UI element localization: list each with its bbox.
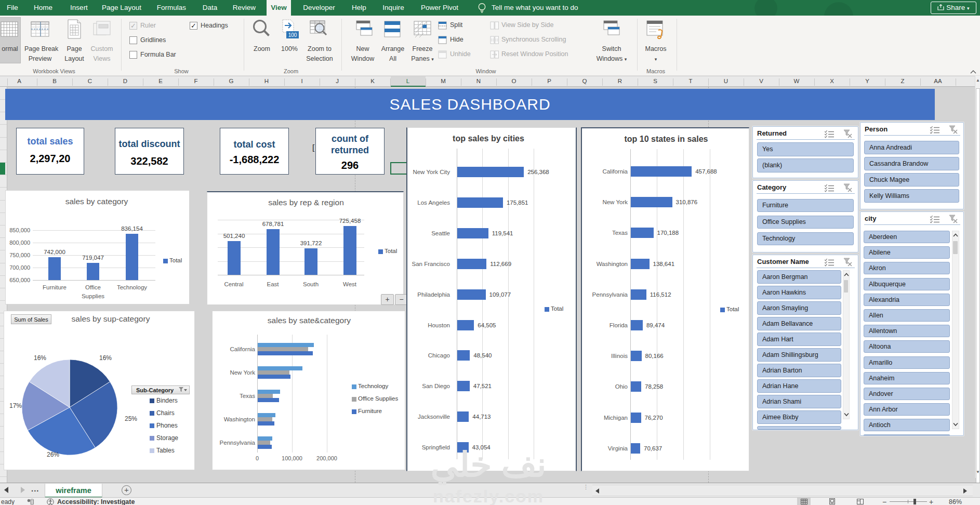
chart-sales-by-rep-region[interactable]: sales by rep & region501,240678,781391,7… <box>207 191 404 305</box>
slicer-item-adrian-shami[interactable]: Adrian Shami <box>757 395 841 408</box>
vertical-scroll-thumb[interactable] <box>976 88 980 505</box>
zoom-to-selection-button[interactable]: Zoom toSelection <box>303 44 336 64</box>
ruler-checkbox[interactable]: ✓ <box>129 22 137 30</box>
headings-checkbox[interactable]: ✓ <box>190 22 197 30</box>
bar-California-Furniture[interactable] <box>258 351 313 355</box>
sheet-nav-left-icon[interactable] <box>4 487 8 493</box>
zoom-percentage[interactable]: 86% <box>949 498 962 505</box>
horizontal-scrollbar[interactable] <box>592 485 973 496</box>
column-header-V[interactable]: V <box>751 78 772 84</box>
bar-New York-Furniture[interactable] <box>258 375 290 379</box>
scroll-down-icon[interactable]: ▼ <box>975 470 980 474</box>
accessibility-status[interactable]: Accessibility: Investigate <box>57 498 135 505</box>
bar-East[interactable] <box>267 229 280 275</box>
menu-tab-home[interactable]: Home <box>31 0 55 16</box>
sheet-nav-right-icon[interactable] <box>21 487 25 493</box>
page-break-preview-button[interactable]: Page BreakPreview <box>24 44 56 64</box>
hscroll-left-icon[interactable] <box>595 488 599 494</box>
bar-Furniture[interactable] <box>48 257 61 280</box>
switch-windows-button[interactable]: SwitchWindows ▾ <box>595 44 628 64</box>
column-header-M[interactable]: M <box>433 78 454 84</box>
bar-California-Technology[interactable] <box>258 343 314 347</box>
bar-New-York[interactable] <box>631 197 672 207</box>
slicer-item-furniture[interactable]: Furniture <box>757 199 854 212</box>
column-header-S[interactable]: S <box>645 78 666 84</box>
column-header-O[interactable]: O <box>504 78 524 84</box>
column-header-P[interactable]: P <box>539 78 560 84</box>
bar-Washington-Furniture[interactable] <box>258 421 274 426</box>
slicer-item-antioch[interactable]: Antioch <box>864 419 950 431</box>
zoom-button[interactable]: Zoom <box>246 44 277 54</box>
slicer-item-akron[interactable]: Akron <box>864 262 950 274</box>
column-header-J[interactable]: J <box>327 78 348 84</box>
bar-Philadelphia[interactable] <box>457 289 486 300</box>
slicer-item-aimee-bixby[interactable]: Aimee Bixby <box>757 410 841 424</box>
zoom-slider-handle[interactable] <box>913 499 916 504</box>
bar-New-York-City[interactable] <box>457 167 524 177</box>
collapse-ribbon-icon[interactable] <box>970 70 977 74</box>
column-header-G[interactable]: G <box>221 78 242 84</box>
hide-button[interactable]: Hide <box>450 35 463 45</box>
slicer-item-anaheim[interactable]: Anaheim <box>864 372 950 384</box>
bar-Illinois[interactable] <box>631 351 642 361</box>
bar-Texas-Furniture[interactable] <box>258 398 279 402</box>
chart-top-10-states-in-sales[interactable]: top 10 states in salesCalifornia457,688N… <box>581 127 749 471</box>
slicer-item-cassandra-brandow[interactable]: Cassandra Brandow <box>864 157 959 170</box>
column-header-H[interactable]: H <box>256 78 277 84</box>
bar-San-Diego[interactable] <box>457 381 470 391</box>
bar-Washington-Office Supplies[interactable] <box>258 417 272 421</box>
column-header-K[interactable]: K <box>362 78 383 84</box>
bar-New York-Technology[interactable] <box>258 366 302 370</box>
slicer-scrollbar[interactable] <box>952 231 959 429</box>
hscroll-right-icon[interactable] <box>963 488 967 494</box>
slicer-item-amarillo[interactable]: Amarillo <box>864 356 950 369</box>
pivotchart-expand-button[interactable]: + <box>381 294 394 305</box>
zoom-out-button[interactable]: − <box>882 498 886 505</box>
chart-sales-by-state-category[interactable]: sales by sate&category0100,000200,000Cal… <box>212 311 405 470</box>
column-header-L[interactable]: L <box>398 78 418 84</box>
column-header-N[interactable]: N <box>468 78 489 84</box>
slicer-item-alexandria[interactable]: Alexandria <box>864 294 950 306</box>
macros-button[interactable]: Macros▾ <box>640 44 671 64</box>
zoom-100-button[interactable]: 100% <box>273 44 306 54</box>
bar-Pennsylvania-Technology[interactable] <box>258 436 272 441</box>
slicer-item-chuck-magee[interactable]: Chuck Magee <box>864 173 959 187</box>
menu-tab-help[interactable]: Help <box>349 0 369 16</box>
bar-San-Francisco[interactable] <box>457 259 486 269</box>
bar-Pennsylvania[interactable] <box>631 289 646 300</box>
arrange-all-button[interactable]: ArrangeAll <box>377 44 408 64</box>
bar-South[interactable] <box>304 248 317 275</box>
column-header-W[interactable]: W <box>786 78 807 84</box>
chart-sales-by-sub-category[interactable]: Sum of Salessales by sup-category16%25%2… <box>4 311 195 470</box>
menu-tab-power-pivot[interactable]: Power Pivot <box>416 0 463 16</box>
slicer-scroll-thumb[interactable] <box>953 241 958 254</box>
bar-Jacksonville[interactable] <box>457 411 469 422</box>
column-header-R[interactable]: R <box>610 78 630 84</box>
bar-Chicago[interactable] <box>457 350 470 361</box>
scroll-up-icon[interactable]: ▲ <box>975 78 980 83</box>
slicer-item-ann-arbor[interactable]: Ann Arbor <box>864 403 950 416</box>
bar-Michigan[interactable] <box>631 413 641 423</box>
accessibility-icon[interactable] <box>47 498 54 505</box>
menu-tab-page-layout[interactable]: Page Layout <box>99 0 144 16</box>
column-header-B[interactable]: B <box>44 78 65 84</box>
menu-tab-insert[interactable]: Insert <box>67 0 91 16</box>
bar-Houston[interactable] <box>457 320 474 330</box>
bar-New York-Office Supplies[interactable] <box>258 370 289 375</box>
menu-tab-developer[interactable]: Developer <box>298 0 340 16</box>
bar-Texas[interactable] <box>631 228 654 238</box>
menu-tab-review[interactable]: Review <box>229 0 259 16</box>
share-button[interactable]: Share ▾ <box>931 2 976 14</box>
menu-tab-formulas[interactable]: Formulas <box>154 0 189 16</box>
bar-Pennsylvania-Office Supplies[interactable] <box>258 441 270 445</box>
column-header-E[interactable]: E <box>150 78 171 84</box>
freeze-panes-button[interactable]: FreezePanes ▾ <box>406 44 439 64</box>
bar-Los-Angeles[interactable] <box>457 197 503 208</box>
new-window-button[interactable]: NewWindow <box>347 44 379 64</box>
bar-Pennsylvania-Furniture[interactable] <box>258 445 272 449</box>
column-header-T[interactable]: T <box>680 78 701 84</box>
bar-Florida[interactable] <box>631 320 643 330</box>
column-header-Z[interactable]: Z <box>892 78 913 84</box>
bar-California[interactable] <box>631 166 692 177</box>
slicer-item-kelly-williams[interactable]: Kelly Williams <box>864 189 959 203</box>
